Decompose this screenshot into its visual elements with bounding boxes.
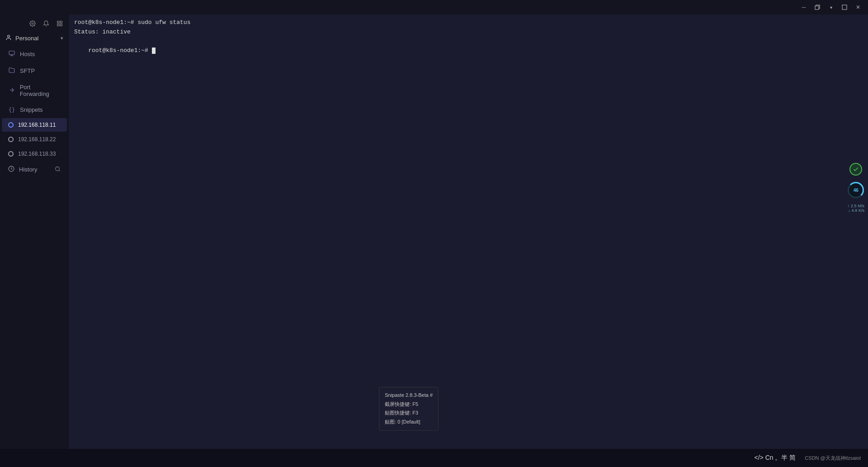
net-up-value: 2.5 [851, 204, 857, 208]
sidebar-item-sftp[interactable]: SFTP [2, 63, 67, 79]
right-widgets: 46 ↑ 2.5 M/s ↓ 4.9 K/s [847, 163, 864, 213]
svg-rect-8 [9, 51, 14, 55]
net-up-unit: M/s [858, 204, 865, 208]
svg-rect-3 [57, 21, 59, 23]
titlebar: ─ ▾ ✕ [0, 0, 868, 14]
history-label: History [19, 166, 37, 173]
snipaste-count-row: 贴图: 0 [Default] [385, 418, 433, 427]
sidebar: Personal ▾ Hosts SFTP P [0, 14, 69, 467]
terminal-line-3: root@k8s-node1:~# [74, 37, 863, 65]
svg-rect-0 [815, 6, 819, 10]
close-button[interactable]: ✕ [852, 3, 864, 12]
net-up-arrow-icon: ↑ [847, 204, 849, 208]
terminal-line-2: Status: inactive [74, 28, 863, 37]
port-forwarding-label: Port Forwarding [20, 84, 61, 97]
svg-rect-6 [57, 24, 59, 26]
sidebar-item-port-forwarding[interactable]: Port Forwarding [2, 80, 67, 101]
hosts-icon [8, 50, 15, 58]
snipaste-screenshot-row: 截屏快捷键: F5 [385, 400, 433, 409]
host1-label: 192.168.118.11 [18, 122, 56, 128]
svg-rect-5 [60, 24, 62, 26]
net-up-row: ↑ 2.5 M/s [847, 204, 864, 208]
sftp-label: SFTP [20, 67, 35, 74]
host1-dot [8, 122, 14, 128]
svg-rect-4 [60, 21, 62, 23]
profile-icon[interactable] [55, 19, 64, 28]
connection-status-icon [849, 163, 862, 176]
personal-group-label: Personal [5, 34, 38, 42]
personal-label: Personal [15, 35, 38, 42]
sidebar-item-snippets[interactable]: {} Snippets [2, 102, 67, 117]
host2-dot [8, 137, 14, 142]
sidebar-item-history[interactable]: History [2, 162, 67, 177]
hosts-label: Hosts [20, 51, 35, 57]
net-down-value: 4.9 [851, 208, 857, 213]
host3-label: 192.168.118.33 [18, 151, 56, 157]
sidebar-item-host3[interactable]: 192.168.118.33 [2, 147, 67, 161]
history-icon [8, 166, 14, 173]
terminal-cursor [152, 48, 156, 54]
svg-rect-1 [842, 5, 847, 10]
restore-button[interactable] [811, 3, 824, 12]
minimize-button[interactable]: ─ [797, 3, 810, 12]
net-down-unit: K/s [859, 208, 864, 213]
settings-icon[interactable] [28, 19, 37, 28]
svg-point-2 [32, 23, 33, 24]
notification-icon[interactable] [42, 19, 51, 28]
sftp-icon [8, 67, 15, 75]
terminal-line-1: root@k8s-node1:~# sudo ufw status [74, 18, 863, 28]
net-down-arrow-icon: ↓ [848, 208, 850, 213]
cpu-percent-label: 46 [854, 188, 859, 193]
sidebar-item-host1[interactable]: 192.168.118.11 [2, 118, 67, 132]
snipaste-title: Snipaste 2.8.3-Beta # [385, 391, 433, 400]
ime-indicator[interactable]: </> Cn 。半 简 [755, 454, 796, 462]
port-forwarding-icon [8, 87, 15, 95]
sidebar-item-hosts[interactable]: Hosts [2, 46, 67, 62]
csdn-watermark: CSDN @天龙战神tlzsaiot [805, 455, 861, 462]
sidebar-top-icons [0, 16, 69, 31]
search-icon[interactable] [55, 166, 61, 173]
sidebar-item-host2[interactable]: 192.168.118.22 [2, 133, 67, 146]
person-icon [5, 34, 12, 42]
chevron-icon: ▾ [61, 35, 63, 41]
snipaste-paste-row: 贴图快捷键: F3 [385, 409, 433, 418]
personal-group-header[interactable]: Personal ▾ [0, 31, 69, 46]
svg-point-7 [8, 35, 10, 38]
history-left: History [8, 166, 37, 173]
host3-dot [8, 151, 14, 157]
net-down-row: ↓ 4.9 K/s [848, 208, 864, 213]
snippets-icon: {} [8, 107, 15, 113]
terminal-main[interactable]: root@k8s-node1:~# sudo ufw status Status… [69, 14, 868, 467]
snipaste-tooltip: Snipaste 2.8.3-Beta # 截屏快捷键: F5 贴图快捷键: F… [379, 387, 439, 431]
svg-point-13 [56, 167, 60, 171]
svg-line-14 [59, 170, 60, 171]
taskbar: </> Cn 。半 简 CSDN @天龙战神tlzsaiot [0, 449, 868, 467]
maximize-button[interactable] [838, 3, 851, 12]
chevron-down-button[interactable]: ▾ [825, 3, 837, 12]
cpu-usage-widget: 46 [848, 182, 864, 198]
snippets-label: Snippets [20, 106, 43, 113]
net-stats-widget: ↑ 2.5 M/s ↓ 4.9 K/s [847, 204, 864, 213]
host2-label: 192.168.118.22 [18, 136, 56, 143]
